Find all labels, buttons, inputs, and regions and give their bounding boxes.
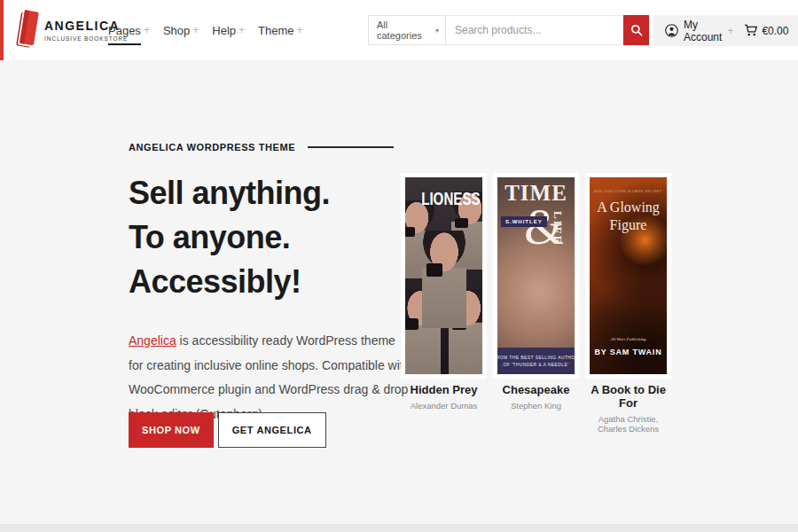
cover-title: LIONESS bbox=[421, 188, 480, 209]
cart-total: €0.00 bbox=[762, 25, 788, 37]
plus-icon: + bbox=[144, 24, 150, 36]
search-input[interactable] bbox=[446, 15, 623, 45]
chevron-down-icon: ▾ bbox=[435, 27, 439, 35]
book-cover-a-glowing-figure: AND DISCOVER A DARK SECRET A Glowing Fig… bbox=[590, 177, 667, 374]
product-title[interactable]: Chesapeake bbox=[493, 383, 579, 396]
product-caption: Chesapeake Stephen King bbox=[493, 383, 579, 411]
angelica-link[interactable]: Angelica bbox=[129, 333, 176, 348]
eyebrow-rule bbox=[308, 146, 394, 148]
nav-item-pages-label: Pages bbox=[108, 24, 141, 37]
accent-stripe bbox=[0, 0, 4, 60]
hero-title: Sell anything. To anyone. Accessibly! bbox=[129, 171, 330, 304]
cover-footer-line: OF 'THUNDER & A NEEDLE' bbox=[503, 362, 568, 367]
plus-icon: + bbox=[297, 24, 303, 36]
account-area: My Account + €0.00 bbox=[653, 15, 798, 46]
nav-item-help[interactable]: Help + bbox=[212, 24, 245, 37]
cover-title: A Glowing Figure bbox=[590, 199, 667, 234]
page: ANGELICA INCLUSIVE BOOKSTORE Pages + Sho… bbox=[0, 0, 798, 532]
cover-footer-line: FROM THE BEST SELLING AUTHOR bbox=[497, 355, 575, 360]
product-author: Alexander Dumas bbox=[401, 401, 487, 411]
category-select[interactable]: All categories ▾ bbox=[368, 15, 446, 45]
nav-item-theme-label: Theme bbox=[258, 24, 293, 37]
footer-strip bbox=[0, 524, 798, 532]
nav-item-help-label: Help bbox=[212, 24, 236, 37]
product-caption: A Book to Die For Agatha Christie, Charl… bbox=[585, 383, 671, 434]
plus-icon: + bbox=[192, 24, 199, 36]
nav-item-shop[interactable]: Shop + bbox=[163, 24, 199, 37]
hero-buttons: SHOP NOW GET ANGELICA bbox=[129, 412, 326, 448]
book-cover-lioness: LIONESS bbox=[405, 177, 482, 374]
search-bar: All categories ▾ bbox=[368, 15, 649, 45]
get-angelica-button[interactable]: GET ANGELICA bbox=[218, 412, 326, 448]
product-title[interactable]: A Book to Die For bbox=[585, 383, 671, 410]
cart-link[interactable]: €0.00 bbox=[744, 24, 788, 37]
hero-title-line-2: To anyone. bbox=[129, 219, 290, 255]
cover-title-line: A Glowing bbox=[597, 200, 660, 215]
cover-title-life: LIFE bbox=[551, 211, 565, 245]
main-nav: Pages + Shop + Help + Theme + bbox=[108, 0, 303, 60]
hero-title-line-1: Sell anything. bbox=[129, 175, 330, 211]
search-icon bbox=[630, 24, 643, 36]
cart-icon bbox=[744, 24, 758, 37]
product-card-a-book-to-die-for[interactable]: AND DISCOVER A DARK SECRET A Glowing Fig… bbox=[585, 173, 671, 379]
cover-publisher: All Wars Publishing bbox=[590, 337, 667, 341]
nav-item-theme[interactable]: Theme + bbox=[258, 24, 302, 37]
book-logo-icon bbox=[16, 10, 39, 51]
user-icon bbox=[665, 24, 678, 37]
cover-title-line: Figure bbox=[610, 217, 647, 232]
cover-footer-band: FROM THE BEST SELLING AUTHOR OF 'THUNDER… bbox=[497, 348, 575, 374]
cover-figure bbox=[422, 231, 466, 328]
cover-byline: BY SAM TWAIN bbox=[590, 348, 667, 356]
product-author: Agatha Christie, Charles Dickens bbox=[585, 414, 671, 434]
product-author: Stephen King bbox=[493, 401, 579, 411]
product-card-hidden-prey[interactable]: LIONESS bbox=[401, 173, 487, 379]
my-account-link[interactable]: My Account bbox=[684, 19, 722, 43]
search-button[interactable] bbox=[623, 15, 649, 45]
plus-icon: + bbox=[239, 24, 245, 36]
category-select-value: All categories bbox=[377, 20, 435, 41]
shop-now-button[interactable]: SHOP NOW bbox=[129, 412, 214, 448]
nav-item-shop-label: Shop bbox=[163, 24, 190, 37]
cover-author-label: S.WHITLEY bbox=[501, 216, 547, 227]
hero-title-line-3: Accessibly! bbox=[129, 263, 301, 300]
section-eyebrow: ANGELICA WORDPRESS THEME bbox=[129, 142, 394, 153]
eyebrow-label: ANGELICA WORDPRESS THEME bbox=[129, 142, 295, 153]
cover-tagline: AND DISCOVER A DARK SECRET bbox=[590, 189, 667, 193]
plus-icon: + bbox=[727, 25, 733, 37]
book-cover-time-life: TIME & LIFE S.WHITLEY FROM THE BEST SELL… bbox=[497, 177, 575, 374]
main-content bbox=[0, 60, 798, 524]
product-title[interactable]: Hidden Prey bbox=[401, 383, 487, 396]
product-caption: Hidden Prey Alexander Dumas bbox=[401, 383, 487, 411]
product-card-chesapeake[interactable]: TIME & LIFE S.WHITLEY FROM THE BEST SELL… bbox=[493, 173, 579, 379]
site-header: ANGELICA INCLUSIVE BOOKSTORE Pages + Sho… bbox=[0, 0, 798, 60]
nav-item-pages[interactable]: Pages + bbox=[108, 24, 150, 37]
